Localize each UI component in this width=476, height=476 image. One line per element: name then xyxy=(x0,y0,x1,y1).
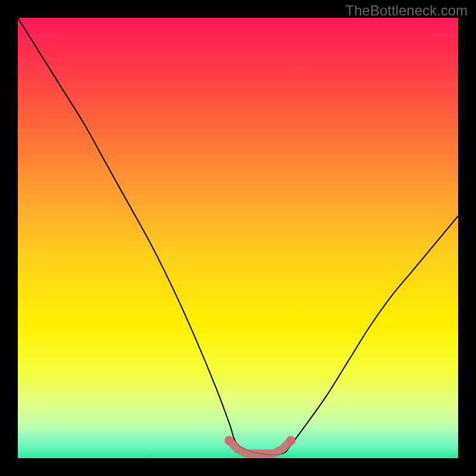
optimal-zone-marker xyxy=(224,436,296,453)
svg-point-2 xyxy=(286,436,296,445)
bottleneck-curve xyxy=(18,18,458,455)
plot-area xyxy=(18,18,458,458)
svg-point-1 xyxy=(224,436,234,445)
chart-curves xyxy=(18,18,458,458)
watermark-text: TheBottleneck.com xyxy=(346,2,468,19)
